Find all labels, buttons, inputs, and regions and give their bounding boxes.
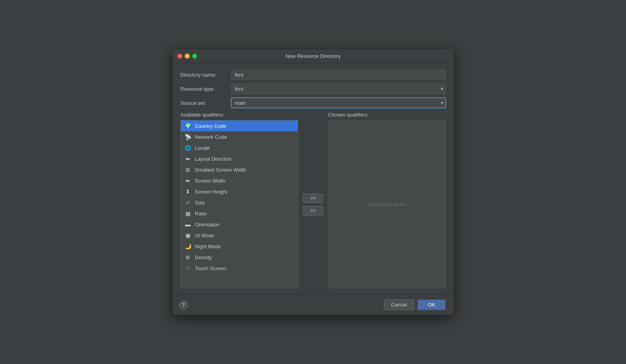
qualifier-item-ratio[interactable]: ▦Ratio — [181, 208, 298, 219]
add-qualifier-button[interactable]: >> — [303, 194, 323, 203]
ok-button[interactable]: OK — [417, 299, 446, 310]
qualifier-item-night-mode[interactable]: 🌙Night Mode — [181, 241, 298, 252]
dialog-footer: ? Cancel OK — [173, 294, 453, 315]
source-set-select[interactable]: main — [231, 98, 446, 108]
size-icon: ⤢ — [184, 199, 192, 206]
locale-icon: 🌐 — [184, 144, 192, 152]
transfer-buttons-col: >> << — [298, 112, 328, 288]
resource-type-label: Resource type: — [180, 86, 231, 92]
available-qualifiers-list[interactable]: 🌍Country Code📡Network Code🌐Locale⬅Layout… — [180, 120, 298, 288]
resource-type-select[interactable]: font — [231, 84, 446, 94]
qualifier-label-screen-height: Screen Height — [195, 189, 227, 195]
layout-direction-icon: ⬅ — [184, 155, 192, 163]
qualifier-label-density: Density — [195, 255, 212, 260]
smallest-screen-width-icon: ⊞ — [184, 166, 192, 174]
orientation-icon: ▬ — [184, 221, 192, 228]
qualifier-label-layout-direction: Layout Direction — [195, 156, 232, 162]
qualifier-item-touch-screen[interactable]: ☞Touch Screen — [181, 263, 298, 274]
qualifier-item-orientation[interactable]: ▬Orientation — [181, 219, 298, 230]
qualifier-item-network-code[interactable]: 📡Network Code — [181, 131, 298, 142]
source-set-select-wrap: main ▾ — [231, 98, 446, 108]
network-code-icon: 📡 — [184, 133, 192, 141]
qualifier-item-smallest-screen-width[interactable]: ⊞Smallest Screen Width — [181, 164, 298, 175]
traffic-lights — [177, 54, 197, 59]
minimize-button[interactable] — [185, 54, 190, 59]
qualifier-label-ratio: Ratio — [195, 211, 207, 217]
chosen-qualifiers-list: Nothing to show — [328, 120, 446, 288]
qualifier-item-screen-height[interactable]: ⬍Screen Height — [181, 186, 298, 197]
chosen-qualifiers-label: Chosen qualifiers: — [328, 112, 446, 118]
screen-height-icon: ⬍ — [184, 188, 192, 195]
resource-type-row: Resource type: font ▾ — [180, 84, 446, 94]
source-set-label: Source set: — [180, 100, 231, 106]
dialog-body: Directory name: Resource type: font ▾ So… — [173, 63, 453, 294]
country-code-icon: 🌍 — [184, 122, 192, 130]
cancel-button[interactable]: Cancel — [384, 299, 414, 310]
resource-type-select-wrap: font ▾ — [231, 84, 446, 94]
screen-width-icon: ⬌ — [184, 177, 192, 185]
available-qualifiers-label: Available qualifiers: — [180, 112, 298, 118]
qualifier-label-night-mode: Night Mode — [195, 244, 221, 249]
help-button[interactable]: ? — [179, 300, 188, 310]
chosen-qualifiers-panel: Chosen qualifiers: Nothing to show — [328, 112, 446, 288]
maximize-button[interactable] — [192, 54, 197, 59]
night-mode-icon: 🌙 — [184, 242, 192, 250]
title-bar: New Resource Directory — [173, 49, 453, 63]
close-button[interactable] — [177, 54, 182, 59]
qualifier-label-size: Size — [195, 200, 205, 206]
qualifier-label-orientation: Orientation — [195, 222, 220, 228]
directory-name-input[interactable] — [231, 70, 446, 80]
directory-name-row: Directory name: — [180, 70, 446, 80]
qualifier-label-network-code: Network Code — [195, 134, 227, 140]
qualifiers-section: Available qualifiers: 🌍Country Code📡Netw… — [180, 112, 446, 288]
dialog: New Resource Directory Directory name: R… — [172, 49, 454, 315]
qualifier-label-touch-screen: Touch Screen — [195, 265, 226, 271]
qualifier-label-screen-width: Screen Width — [195, 178, 225, 184]
qualifier-item-layout-direction[interactable]: ⬅Layout Direction — [181, 153, 298, 164]
directory-name-label: Directory name: — [180, 72, 231, 78]
touch-screen-icon: ☞ — [184, 264, 192, 272]
dialog-title: New Resource Directory — [286, 53, 341, 59]
available-qualifiers-panel: Available qualifiers: 🌍Country Code📡Netw… — [180, 112, 298, 288]
density-icon: ⊕ — [184, 253, 192, 261]
qualifier-item-ui-mode[interactable]: ▣UI Mode — [181, 230, 298, 241]
qualifier-item-density[interactable]: ⊕Density — [181, 252, 298, 263]
remove-qualifier-button[interactable]: << — [303, 206, 323, 215]
qualifier-item-screen-width[interactable]: ⬌Screen Width — [181, 175, 298, 186]
qualifier-item-country-code[interactable]: 🌍Country Code — [181, 120, 298, 131]
qualifier-label-smallest-screen-width: Smallest Screen Width — [195, 167, 246, 173]
source-set-row: Source set: main ▾ — [180, 98, 446, 108]
nothing-to-show-text: Nothing to show — [369, 201, 405, 207]
qualifier-label-locale: Locale — [195, 145, 210, 151]
ratio-icon: ▦ — [184, 210, 192, 217]
ui-mode-icon: ▣ — [184, 231, 192, 239]
qualifier-label-ui-mode: UI Mode — [195, 233, 214, 238]
qualifier-label-country-code: Country Code — [195, 123, 226, 129]
qualifier-item-size[interactable]: ⤢Size — [181, 197, 298, 208]
qualifier-item-locale[interactable]: 🌐Locale — [181, 142, 298, 153]
